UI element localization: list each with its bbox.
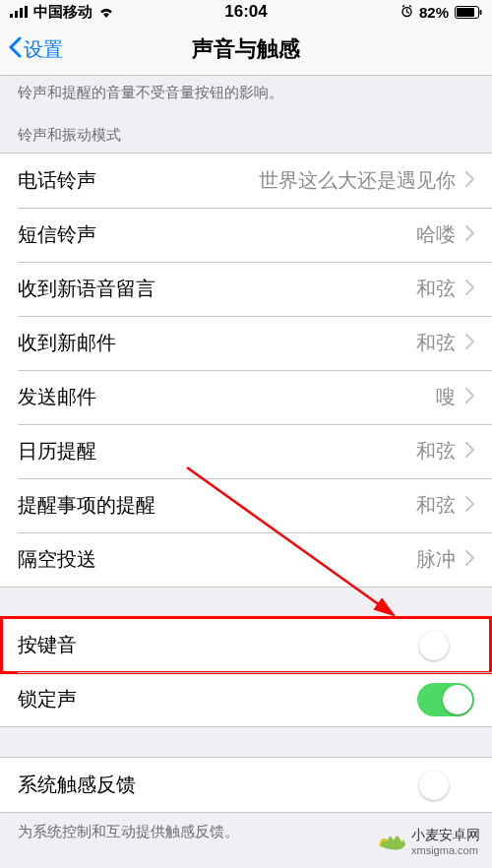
row-keyboard-clicks: 按键音	[0, 618, 492, 672]
lock-sound-toggle[interactable]	[417, 683, 474, 716]
svg-rect-0	[10, 14, 13, 18]
watermark-url: xmsigma.com	[411, 844, 480, 856]
row-calendar-alerts[interactable]: 日历提醒 和弦	[0, 424, 492, 478]
system-haptics-toggle[interactable]	[417, 769, 474, 802]
watermark-logo-icon	[374, 827, 407, 856]
row-value: 和弦	[416, 438, 456, 465]
row-label: 收到新邮件	[18, 330, 416, 356]
page-title: 声音与触感	[192, 34, 300, 64]
svg-rect-3	[25, 6, 28, 18]
svg-rect-6	[457, 8, 474, 17]
toggle-group: 按键音 锁定声	[0, 617, 492, 727]
haptics-group: 系统触感反馈	[0, 757, 492, 813]
watermark-name: 小麦安卓网	[411, 827, 480, 844]
chevron-left-icon	[8, 36, 22, 63]
back-label: 设置	[24, 36, 63, 63]
row-value: 和弦	[416, 492, 456, 519]
row-sent-mail[interactable]: 发送邮件 嗖	[0, 370, 492, 424]
row-label: 系统触感反馈	[18, 772, 417, 798]
row-ringtone[interactable]: 电话铃声 世界这么大还是遇见你	[0, 154, 492, 208]
chevron-right-icon	[465, 388, 474, 407]
row-reminder-alerts[interactable]: 提醒事项的提醒 和弦	[0, 478, 492, 532]
row-text-tone[interactable]: 短信铃声 哈喽	[0, 208, 492, 262]
chevron-right-icon	[465, 279, 474, 299]
battery-percent: 82%	[419, 4, 449, 21]
keyboard-clicks-toggle[interactable]	[417, 629, 474, 662]
row-label: 电话铃声	[18, 167, 259, 194]
section-header: 铃声和振动模式	[0, 116, 492, 153]
row-new-voicemail[interactable]: 收到新语音留言 和弦	[0, 262, 492, 316]
svg-rect-7	[480, 10, 482, 15]
row-label: 日历提醒	[18, 438, 416, 465]
sound-patterns-group: 电话铃声 世界这么大还是遇见你 短信铃声 哈喽 收到新语音留言 和弦 收到新邮件…	[0, 153, 492, 588]
row-airdrop[interactable]: 隔空投送 脉冲	[0, 532, 492, 587]
row-label: 发送邮件	[18, 384, 436, 410]
chevron-right-icon	[465, 334, 474, 353]
row-label: 按键音	[18, 632, 417, 658]
clock: 16:04	[224, 2, 267, 22]
back-button[interactable]: 设置	[8, 36, 63, 63]
row-label: 锁定声	[18, 686, 417, 713]
carrier-label: 中国移动	[33, 3, 92, 22]
svg-rect-2	[20, 8, 23, 18]
svg-rect-1	[15, 11, 18, 18]
row-system-haptics: 系统触感反馈	[0, 758, 492, 812]
row-value: 和弦	[416, 330, 456, 356]
chevron-right-icon	[465, 442, 474, 462]
row-value: 嗖	[436, 384, 456, 410]
row-value: 世界这么大还是遇见你	[259, 167, 456, 194]
battery-icon	[455, 6, 482, 19]
alarm-icon	[400, 4, 413, 21]
row-lock-sound: 锁定声	[0, 672, 492, 726]
nav-bar: 设置 声音与触感	[0, 24, 492, 76]
chevron-right-icon	[465, 225, 474, 245]
row-label: 隔空投送	[18, 546, 416, 573]
row-label: 收到新语音留言	[18, 276, 416, 302]
row-value: 脉冲	[416, 546, 456, 573]
row-new-mail[interactable]: 收到新邮件 和弦	[0, 316, 492, 370]
row-label: 提醒事项的提醒	[18, 492, 416, 519]
intro-note: 铃声和提醒的音量不受音量按钮的影响。	[0, 76, 492, 116]
row-value: 哈喽	[416, 221, 456, 248]
status-bar: 中国移动 16:04 82%	[0, 0, 492, 24]
row-label: 短信铃声	[18, 221, 416, 248]
watermark: 小麦安卓网 xmsigma.com	[374, 827, 480, 856]
wifi-icon	[98, 4, 114, 21]
chevron-right-icon	[465, 171, 474, 191]
chevron-right-icon	[465, 496, 474, 516]
row-value: 和弦	[416, 276, 456, 302]
chevron-right-icon	[465, 550, 474, 570]
signal-icon	[10, 4, 28, 21]
